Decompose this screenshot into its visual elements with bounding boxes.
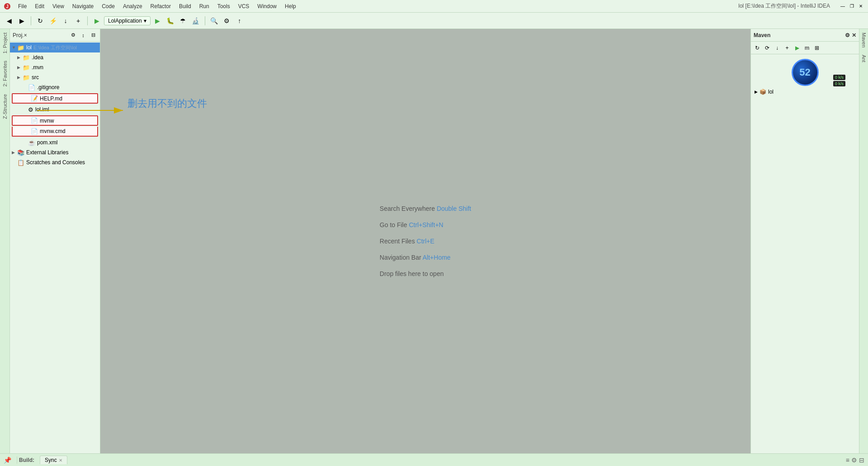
tree-item-mvnwcmd[interactable]: 📄 mvnw.cmd <box>12 127 98 137</box>
back-button[interactable]: ◀ <box>4 15 14 26</box>
maven-refresh-icon[interactable]: ↻ <box>753 43 762 52</box>
folder-icon-idea: 📁 <box>23 54 30 61</box>
left-strip: 1: Project 2: Favorites Z-Structure <box>0 29 10 453</box>
maven-item-arrow: ▶ <box>755 90 758 94</box>
toolbar: ◀ ▶ ↻ ⚡ ↓ + ▶ LolApplication ▾ ▶ 🐛 ☂ 🔬 🔍… <box>0 13 868 29</box>
menu-vcs[interactable]: VCS <box>235 2 253 10</box>
menu-edit[interactable]: Edit <box>31 2 48 10</box>
scratches-icon: 📋 <box>17 159 24 166</box>
bottom-tab-sync[interactable]: Sync ✕ <box>40 456 67 464</box>
menu-run[interactable]: Run <box>196 2 213 10</box>
sidebar-collapse-icon[interactable]: ⊟ <box>89 31 97 39</box>
file-icon-gitignore: 📄 <box>28 84 35 91</box>
left-strip-project[interactable]: 1: Project <box>1 29 9 57</box>
hint-goto-file: Go to File Ctrl+Shift+N <box>380 221 471 228</box>
settings-icon[interactable]: ⚙ <box>222 15 232 26</box>
hint-drop: Drop files here to open <box>380 270 471 277</box>
tree-label-scratches: Scratches and Consoles <box>26 159 85 166</box>
toolbar-separator-1 <box>31 16 31 25</box>
sync-icon[interactable]: ⚡ <box>47 15 58 26</box>
maven-panel: Maven ⚙ ✕ ↻ ⟳ ↓ + ▶ m ⊞ 52 0 k/s 0 k/s ▶ <box>750 29 859 453</box>
sidebar-settings-icon[interactable]: ⚙ <box>69 31 77 39</box>
maven-add-icon[interactable]: + <box>783 43 792 52</box>
folder-icon-mvn: 📁 <box>23 64 30 71</box>
run-button[interactable]: ▶ <box>152 15 163 26</box>
maven-item-icon: 📦 <box>760 89 766 95</box>
bottom-tabs: 📌 Build: Sync ✕ ≡ ⚙ ⊟ <box>0 454 868 466</box>
menu-window[interactable]: Window <box>254 2 280 10</box>
run-config-dropdown[interactable]: LolApplication ▾ <box>104 16 151 25</box>
build-label: Build: <box>19 457 34 463</box>
tree-path-lol: E:\Idea 工作空间\lol <box>33 44 77 51</box>
bottom-wrap-icon[interactable]: ≡ <box>846 456 849 464</box>
bottom-minimize-icon[interactable]: ⊟ <box>859 456 864 464</box>
bottom-settings-icon[interactable]: ⚙ <box>851 456 857 464</box>
maven-run-icon[interactable]: ▶ <box>793 43 802 52</box>
tree-label-src: src <box>32 74 39 81</box>
tree-item-mvn[interactable]: ▶ 📁 .mvn <box>10 62 100 72</box>
menu-bar: File Edit View Navigate Code Analyze Ref… <box>14 2 729 10</box>
tree-item-extlibs[interactable]: ▶ 📚 External Libraries <box>10 147 100 157</box>
menu-build[interactable]: Build <box>175 2 195 10</box>
maven-toolbar: ↻ ⟳ ↓ + ▶ m ⊞ <box>751 42 859 54</box>
maximize-button[interactable]: ❐ <box>848 3 855 10</box>
vcs-icon[interactable]: ↑ <box>234 15 245 26</box>
tree-label-mvnwcmd: mvnw.cmd <box>40 128 66 134</box>
tree-item-lol-root[interactable]: ▼ 📁 lol E:\Idea 工作空间\lol <box>10 43 100 52</box>
tree-item-src[interactable]: ▶ 📁 src <box>10 72 100 82</box>
avatar-number: 52 <box>799 67 810 78</box>
menu-code[interactable]: Code <box>98 2 118 10</box>
maven-download-icon[interactable]: ↓ <box>773 43 782 52</box>
svg-text:J: J <box>6 4 9 9</box>
close-button[interactable]: ✕ <box>857 3 864 10</box>
maven-settings-icon[interactable]: ⚙ <box>845 32 850 38</box>
menu-file[interactable]: File <box>14 2 30 10</box>
left-strip-structure[interactable]: Z-Structure <box>1 90 9 123</box>
pin-icon[interactable]: 📌 <box>4 456 11 464</box>
tree-label-lol: lol <box>26 44 32 51</box>
dropdown-arrow-icon: ▾ <box>144 18 146 24</box>
forward-button[interactable]: ▶ <box>16 15 27 26</box>
minimize-button[interactable]: — <box>839 3 846 10</box>
left-strip-favorites[interactable]: 2: Favorites <box>1 57 9 90</box>
editor-area: 删去用不到的文件 Search Everywhere Double Shift … <box>100 29 750 453</box>
maven-item-lol[interactable]: ▶ 📦 lol <box>753 88 857 96</box>
tab-close-icon[interactable]: ✕ <box>59 458 62 463</box>
menu-help[interactable]: Help <box>281 2 300 10</box>
title-bar: J File Edit View Navigate Code Analyze R… <box>0 0 868 13</box>
tree-label-mvn: .mvn <box>32 64 43 71</box>
tree-item-scratches[interactable]: 📋 Scratches and Consoles <box>10 157 100 167</box>
down-icon[interactable]: ↓ <box>60 15 71 26</box>
menu-navigate[interactable]: Navigate <box>69 2 97 10</box>
maven-m-icon[interactable]: m <box>802 43 811 52</box>
menu-tools[interactable]: Tools <box>214 2 234 10</box>
file-icon-pomxml: ☕ <box>28 139 35 146</box>
plus-icon[interactable]: + <box>73 15 84 26</box>
avatar-circle: 52 <box>792 59 819 86</box>
coverage-button[interactable]: ☂ <box>178 15 189 26</box>
maven-collapse-icon[interactable]: ⊞ <box>812 43 821 52</box>
tree-item-pomxml[interactable]: ☕ pom.xml <box>10 138 100 147</box>
window-controls: — ❐ ✕ <box>839 3 864 10</box>
run-config-icon[interactable]: ▶ <box>91 15 102 26</box>
refresh-icon[interactable]: ↻ <box>35 15 46 26</box>
tree-arrow-extlibs: ▶ <box>12 150 17 155</box>
menu-view[interactable]: View <box>49 2 68 10</box>
tree-arrow-idea: ▶ <box>17 55 23 60</box>
editor-hints: Search Everywhere Double Shift Go to Fil… <box>380 205 471 277</box>
bottom-right-buttons: ≡ ⚙ ⊟ <box>846 456 864 464</box>
profile-button[interactable]: 🔬 <box>190 15 201 26</box>
right-strip-ant[interactable]: Ant <box>860 51 868 66</box>
debug-button[interactable]: 🐛 <box>165 15 176 26</box>
maven-close-icon[interactable]: ✕ <box>852 32 856 38</box>
tree-item-idea[interactable]: ▶ 📁 .idea <box>10 52 100 62</box>
right-strip-maven[interactable]: Maven <box>860 29 868 51</box>
maven-reload-icon[interactable]: ⟳ <box>763 43 772 52</box>
run-config-label: LolApplication <box>108 18 142 24</box>
sidebar-header: Proj.× ⚙ ↕ ⊟ <box>10 29 100 42</box>
tree-item-gitignore[interactable]: 📄 .gitignore <box>10 82 100 92</box>
menu-analyze[interactable]: Analyze <box>119 2 146 10</box>
search-everywhere-icon[interactable]: 🔍 <box>209 15 220 26</box>
menu-refactor[interactable]: Refactor <box>147 2 175 10</box>
sidebar-sort-icon[interactable]: ↕ <box>79 31 87 39</box>
